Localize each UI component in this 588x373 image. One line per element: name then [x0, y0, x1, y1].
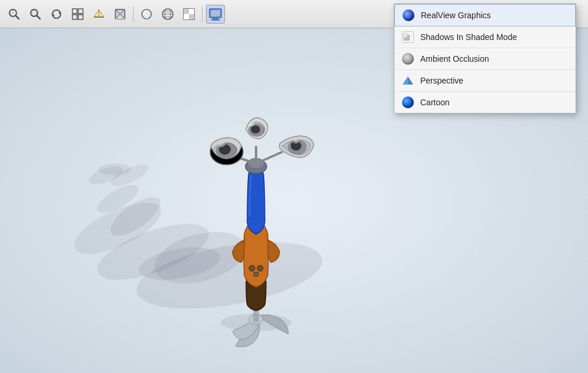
- svg-rect-9: [78, 9, 83, 14]
- svg-rect-66: [403, 33, 407, 38]
- ambient-occlusion-icon: [401, 52, 414, 65]
- cartoon-icon: [401, 96, 414, 109]
- realview-icon: [402, 9, 415, 22]
- menu-item-perspective[interactable]: Perspective: [394, 70, 576, 92]
- rotate-view-icon[interactable]: [47, 5, 66, 24]
- menu-item-shadows-label: Shadows In Shaded Mode: [420, 32, 517, 42]
- svg-rect-26: [211, 10, 220, 16]
- svg-rect-8: [72, 9, 77, 14]
- svg-point-42: [249, 265, 255, 271]
- svg-rect-10: [72, 15, 77, 19]
- svg-rect-28: [211, 19, 220, 21]
- shadows-icon: [401, 31, 414, 44]
- svg-line-48: [256, 152, 283, 164]
- menu-item-ambient[interactable]: Ambient Occlusion: [394, 48, 576, 70]
- svg-point-2: [10, 10, 14, 14]
- enviro-scene-icon[interactable]: [158, 5, 177, 24]
- svg-rect-22: [189, 14, 194, 19]
- svg-rect-21: [184, 9, 189, 14]
- svg-marker-7: [52, 14, 55, 16]
- standard-views-icon[interactable]: [68, 5, 87, 24]
- menu-item-perspective-label: Perspective: [420, 76, 463, 85]
- display-mode-icon[interactable]: [111, 5, 129, 24]
- svg-line-4: [37, 15, 41, 19]
- menu-item-cartoon[interactable]: Cartoon: [394, 92, 576, 113]
- separator-1: [133, 6, 134, 22]
- 3d-sketch-icon[interactable]: [89, 5, 108, 24]
- svg-rect-5: [32, 11, 36, 15]
- magnifier-icon[interactable]: [5, 5, 24, 24]
- perspective-icon: [401, 74, 414, 87]
- svg-point-56: [251, 125, 260, 134]
- svg-point-44: [254, 272, 258, 277]
- svg-rect-11: [78, 15, 83, 19]
- menu-item-cartoon-label: Cartoon: [420, 98, 450, 107]
- separator-2: [202, 6, 202, 22]
- menu-item-realview-label: RealView Graphics: [421, 11, 491, 20]
- svg-line-1: [16, 15, 19, 19]
- display-settings-dropdown: RealView Graphics Shadows In Shaded Mode…: [394, 4, 576, 114]
- zoom-window-icon[interactable]: [26, 5, 45, 24]
- menu-item-shadows[interactable]: Shadows In Shaded Mode: [394, 26, 576, 48]
- display-settings-icon[interactable]: [206, 5, 225, 24]
- svg-rect-23: [189, 9, 194, 14]
- scene-bg-icon[interactable]: [180, 5, 198, 24]
- menu-item-realview[interactable]: RealView Graphics: [394, 4, 576, 26]
- menu-item-ambient-label: Ambient Occlusion: [420, 54, 489, 64]
- svg-point-43: [257, 265, 263, 271]
- appearances-icon[interactable]: [137, 5, 156, 24]
- svg-point-37: [98, 164, 131, 175]
- svg-rect-24: [184, 14, 189, 19]
